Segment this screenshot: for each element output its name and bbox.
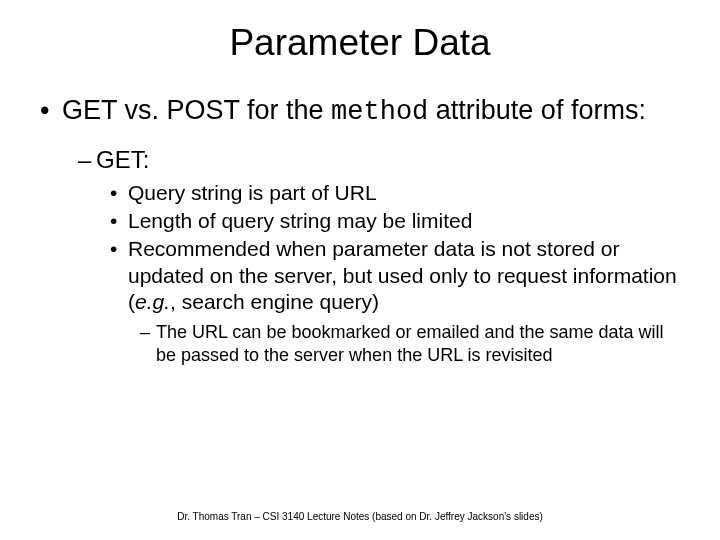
- point-text: Recommended when parameter data is not s…: [128, 236, 680, 315]
- slide-title: Parameter Data: [40, 22, 680, 64]
- point-text: Length of query string may be limited: [128, 208, 680, 234]
- bullet-dot: •: [110, 180, 128, 206]
- bullet1-text-b: attribute of forms:: [428, 95, 646, 125]
- bullet-level3: • Length of query string may be limited: [110, 208, 680, 234]
- bullet-level1: •GET vs. POST for the method attribute o…: [40, 94, 680, 130]
- bullet-dot: •: [110, 236, 128, 315]
- point3-b: , search engine query): [170, 290, 379, 313]
- sub1-text: GET:: [96, 146, 149, 173]
- point3-eg: e.g.: [135, 290, 170, 313]
- bullet-level3: • Recommended when parameter data is not…: [110, 236, 680, 315]
- bullet-level4: – The URL can be bookmarked or emailed a…: [140, 321, 680, 366]
- bullet-dot: •: [40, 94, 62, 128]
- sub2-text: The URL can be bookmarked or emailed and…: [156, 321, 680, 366]
- point-text: Query string is part of URL: [128, 180, 680, 206]
- bullet-dot: •: [110, 208, 128, 234]
- bullet-level3: • Query string is part of URL: [110, 180, 680, 206]
- slide-footer: Dr. Thomas Tran – CSI 3140 Lecture Notes…: [0, 511, 720, 522]
- dash: –: [140, 321, 156, 366]
- level3-group: • Query string is part of URL • Length o…: [110, 180, 680, 315]
- bullet-level2: –GET:: [78, 146, 680, 174]
- bullet1-text-a: GET vs. POST for the: [62, 95, 331, 125]
- slide: Parameter Data •GET vs. POST for the met…: [0, 0, 720, 540]
- bullet1-code: method: [331, 97, 428, 127]
- level4-group: – The URL can be bookmarked or emailed a…: [140, 321, 680, 366]
- dash: –: [78, 146, 96, 174]
